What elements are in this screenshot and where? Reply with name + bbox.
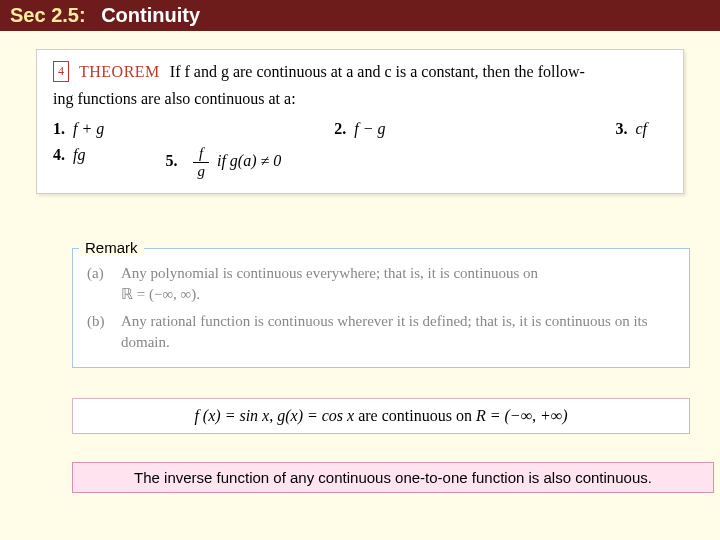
section-number: Sec 2.5:: [10, 4, 86, 26]
theorem-items-row2: 4.fg 5. f g if g(a) ≠ 0: [53, 146, 667, 179]
theorem-text-line1: If f and g are continuous at a and c is …: [170, 63, 585, 80]
inverse-function-note: The inverse function of any continuous o…: [72, 462, 714, 493]
section-title: Continuity: [101, 4, 200, 26]
remark-b-label: (b): [87, 311, 113, 353]
theorem-box: 4 THEOREM If f and g are continuous at a…: [36, 49, 684, 194]
remark-box: Remark (a) Any polynomial is continuous …: [72, 248, 690, 368]
theorem-items-row1: 1.f + g 2.f − g 3.cf: [53, 120, 667, 138]
remark-title: Remark: [79, 239, 144, 256]
slide-content: 4 THEOREM If f and g are continuous at a…: [0, 31, 720, 493]
slide-header: Sec 2.5: Continuity: [0, 0, 720, 31]
sincos-domain: R = (−∞, +∞): [476, 407, 568, 424]
sincos-functions: f (x) = sin x, g(x) = cos x: [194, 407, 354, 424]
theorem-text-line2: ing functions are also continuous at a:: [53, 87, 667, 112]
sincos-box: f (x) = sin x, g(x) = cos x are continuo…: [72, 398, 690, 434]
remark-a-text: Any polynomial is continuous everywhere;…: [121, 265, 538, 281]
remark-a-label: (a): [87, 263, 113, 305]
sincos-mid: are continuous on: [358, 407, 476, 424]
remark-a-set: ℝ = (−∞, ∞).: [121, 286, 200, 302]
fraction-f-over-g: f g: [193, 146, 209, 179]
theorem-label: THEOREM: [79, 63, 160, 80]
remark-b-text: Any rational function is continuous wher…: [121, 311, 675, 353]
theorem-number: 4: [53, 61, 69, 82]
